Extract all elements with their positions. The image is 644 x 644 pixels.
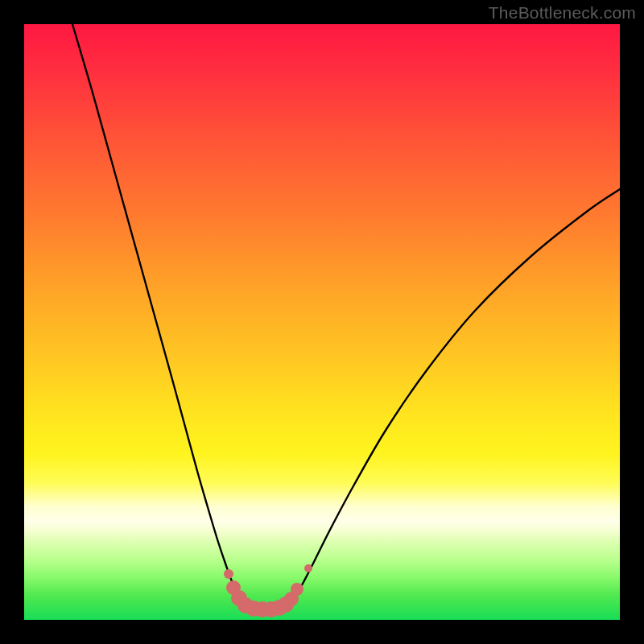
valley-marker [304, 564, 312, 572]
chart-stage: TheBottleneck.com [0, 0, 644, 644]
valley-markers [224, 564, 312, 617]
valley-marker [224, 569, 233, 579]
bottleneck-curve [72, 24, 620, 609]
valley-marker [291, 583, 303, 596]
curve-overlay [24, 24, 620, 620]
watermark-text: TheBottleneck.com [489, 3, 636, 23]
